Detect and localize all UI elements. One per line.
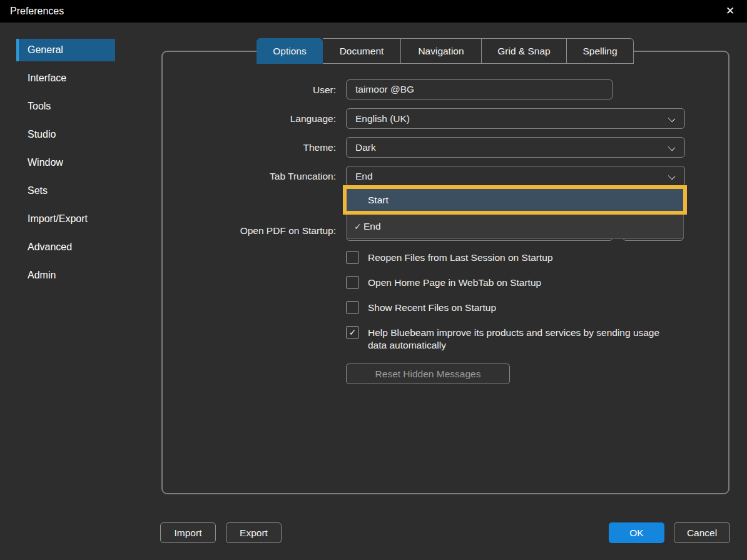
chevron-down-icon	[668, 173, 675, 180]
tab-bar: Options Document Navigation Grid & Snap …	[257, 38, 634, 64]
checkbox-label: Open Home Page in WebTab on Startup	[359, 276, 541, 289]
sidebar-item-import-export[interactable]: Import/Export	[28, 208, 153, 230]
language-value: English (UK)	[355, 113, 410, 124]
show-recent-files-checkbox[interactable]	[346, 301, 359, 314]
checkbox-label: Help Bluebeam improve its products and s…	[359, 326, 667, 352]
check-icon: ✓	[347, 221, 363, 232]
sidebar-item-tools[interactable]: Tools	[28, 95, 153, 118]
highlight-annotation: Start	[343, 185, 687, 215]
usage-data-checkbox[interactable]: ✓	[346, 326, 359, 339]
tab-grid-snap[interactable]: Grid & Snap	[482, 38, 567, 64]
ok-button[interactable]: OK	[609, 522, 664, 543]
tab-truncation-dropdown[interactable]: End	[346, 166, 685, 186]
sidebar-item-general[interactable]: General	[16, 39, 115, 61]
sidebar-item-admin[interactable]: Admin	[28, 264, 153, 287]
cancel-button[interactable]: Cancel	[674, 522, 730, 543]
checkbox-label: Reopen Files from Last Session on Startu…	[359, 251, 553, 264]
close-icon[interactable]: ✕	[721, 0, 739, 23]
user-input[interactable]: taimoor @BG	[346, 79, 613, 99]
checkbox-row: Show Recent Files on Startup	[346, 301, 496, 314]
theme-dropdown[interactable]: Dark	[346, 137, 685, 158]
reopen-files-checkbox[interactable]	[346, 251, 359, 264]
menu-option-start[interactable]: Start	[347, 189, 683, 211]
menu-option-end-label: End	[363, 221, 381, 232]
tab-spelling[interactable]: Spelling	[567, 38, 634, 64]
checkbox-row: ✓ Help Bluebeam improve its products and…	[346, 326, 667, 352]
checkbox-label: Show Recent Files on Startup	[359, 301, 496, 314]
export-button[interactable]: Export	[226, 522, 282, 543]
language-dropdown[interactable]: English (UK)	[346, 108, 685, 129]
titlebar: Preferences ✕	[0, 0, 747, 23]
sidebar-item-sets[interactable]: Sets	[28, 180, 153, 202]
sidebar-item-interface[interactable]: Interface	[28, 67, 153, 89]
sidebar-item-studio[interactable]: Studio	[28, 123, 153, 146]
import-button[interactable]: Import	[160, 522, 216, 543]
sidebar-item-advanced[interactable]: Advanced	[28, 236, 153, 258]
chevron-down-icon	[668, 115, 675, 122]
tab-options[interactable]: Options	[257, 38, 323, 64]
tab-truncation-value: End	[355, 171, 373, 181]
checkbox-row: Reopen Files from Last Session on Startu…	[346, 251, 553, 264]
menu-option-end[interactable]: ✓ End	[347, 215, 683, 238]
window-title: Preferences	[10, 0, 64, 23]
reset-hidden-messages-button[interactable]: Reset Hidden Messages	[346, 364, 510, 384]
tab-document[interactable]: Document	[323, 38, 401, 64]
open-home-page-checkbox[interactable]	[346, 276, 359, 289]
theme-value: Dark	[355, 142, 376, 153]
chevron-down-icon	[668, 144, 675, 151]
checkbox-row: Open Home Page in WebTab on Startup	[346, 276, 541, 289]
tab-navigation[interactable]: Navigation	[401, 38, 482, 64]
sidebar-item-window[interactable]: Window	[28, 151, 153, 174]
